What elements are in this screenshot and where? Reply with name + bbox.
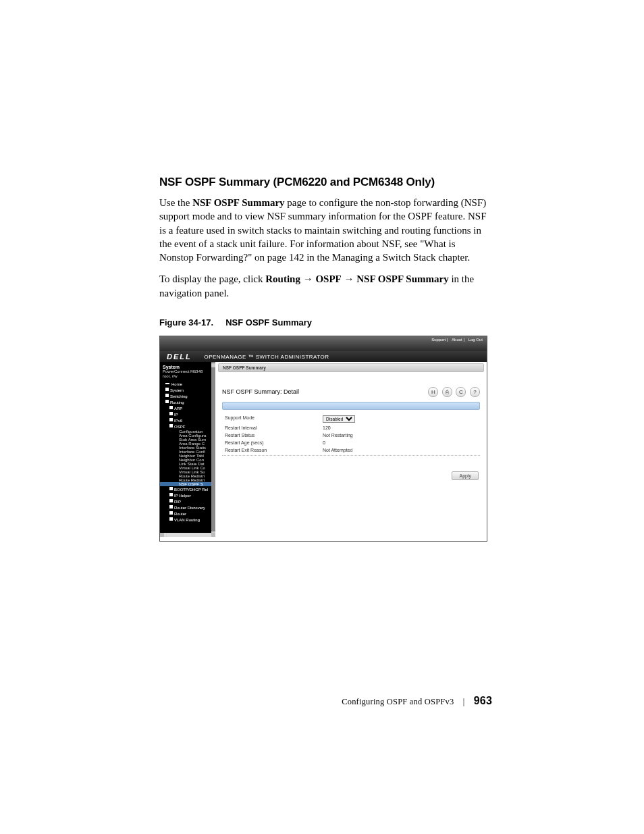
figure-caption: Figure 34-17.NSF OSPF Summary <box>159 317 492 328</box>
label: Restart Status <box>225 433 323 438</box>
nav-ipv6[interactable]: IPv6 <box>160 417 215 423</box>
product-title: OPENMANAGE ™ SWITCH ADMINISTRATOR <box>204 354 329 360</box>
figure-number: Figure 34-17. <box>159 317 213 328</box>
navigation-tree[interactable]: System PowerConnect M6348 root, r/w Home… <box>160 362 215 537</box>
footer-separator: | <box>463 697 465 706</box>
nav-model: PowerConnect M6348 <box>160 369 215 374</box>
breadcrumb: NSF OSPF Summary <box>218 363 484 372</box>
nav-iphelper[interactable]: IP Helper <box>160 492 215 498</box>
arrow-icon: → <box>300 273 316 284</box>
field-restart-exit: Restart Exit Reason Not Attempted <box>218 446 484 454</box>
nav-router[interactable]: Router <box>160 511 215 517</box>
footer-title: Configuring OSPF and OSPFv3 <box>342 697 454 706</box>
about-link[interactable]: About <box>452 338 462 342</box>
label: Restart Age (secs) <box>225 440 323 445</box>
nav-user: root, r/w <box>160 374 215 379</box>
field-support-mode: Support Mode Disabled <box>218 414 484 424</box>
dell-logo: DELL <box>167 353 192 361</box>
figure-title: NSF OSPF Summary <box>225 317 312 328</box>
logout-link[interactable]: Log Out <box>468 338 483 342</box>
horizontal-scrollbar[interactable] <box>160 533 215 537</box>
top-links-bar: Support | About | Log Out <box>160 336 487 351</box>
nav-arp[interactable]: ARP <box>160 405 215 411</box>
nav-rdisc[interactable]: Router Discovery <box>160 504 215 511</box>
page-number: 963 <box>474 695 492 706</box>
page-title: NSF OSPF Summary: Detail <box>222 388 299 395</box>
label: Support Mode <box>225 415 323 423</box>
value: Not Restarting <box>323 433 353 438</box>
nav-path-nsf: NSF OSPF Summary <box>356 273 448 284</box>
nav-switching-node[interactable]: Switching <box>160 393 215 399</box>
value: 120 <box>323 425 331 430</box>
nav-bootp[interactable]: BOOTP/DHCP Rel <box>160 486 215 492</box>
nav-routing-node[interactable]: Routing <box>160 399 215 405</box>
nav-home[interactable]: Home <box>160 382 215 387</box>
paragraph-2: To display the page, click Routing → OSP… <box>159 272 492 300</box>
text: To display the page, click <box>159 273 265 284</box>
label: Restart Interval <box>225 425 323 430</box>
page-footer: Configuring OSPF and OSPFv3 | 963 <box>342 695 492 707</box>
support-link[interactable]: Support <box>431 338 446 342</box>
nav-ospf[interactable]: OSPF <box>160 423 215 429</box>
arrow-icon: → <box>342 273 357 284</box>
field-restart-age: Restart Age (secs) 0 <box>218 439 484 446</box>
nav-rip[interactable]: RIP <box>160 498 215 504</box>
bold-term: NSF OSPF Summary <box>192 197 284 208</box>
nav-system-label: System <box>160 362 215 369</box>
support-mode-select[interactable]: Disabled <box>323 415 355 423</box>
apply-button[interactable]: Apply <box>452 471 479 480</box>
screenshot-frame: Support | About | Log Out DELL OPENMANAG… <box>159 336 487 542</box>
section-heading: NSF OSPF Summary (PCM6220 and PCM6348 On… <box>159 176 492 189</box>
detail-title-bar: NSF OSPF Summary: Detail H ⎙ C ? <box>218 386 484 402</box>
nav-path-ospf: OSPF <box>315 273 341 284</box>
nav-system-node[interactable]: System <box>160 387 215 393</box>
text: Use the <box>159 197 192 208</box>
button-row: Apply <box>218 457 484 480</box>
field-restart-interval: Restart Interval 120 <box>218 424 484 432</box>
section-header-bar <box>222 402 480 410</box>
value: 0 <box>323 440 325 445</box>
brand-bar: DELL OPENMANAGE ™ SWITCH ADMINISTRATOR <box>160 351 487 362</box>
nav-vlan[interactable]: VLAN Routing <box>160 517 215 523</box>
paragraph-1: Use the NSF OSPF Summary page to configu… <box>159 196 492 264</box>
field-restart-status: Restart Status Not Restarting <box>218 432 484 439</box>
toolbar-icons: H ⎙ C ? <box>426 387 480 397</box>
nav-path-routing: Routing <box>265 273 300 284</box>
label: Restart Exit Reason <box>225 448 323 452</box>
print-icon[interactable]: ⎙ <box>442 387 452 397</box>
content-pane: NSF OSPF Summary NSF OSPF Summary: Detai… <box>215 362 487 537</box>
help-icon[interactable]: ? <box>470 387 480 397</box>
document-page: NSF OSPF Summary (PCM6220 and PCM6348 On… <box>0 0 644 834</box>
refresh-icon[interactable]: C <box>456 387 466 397</box>
screenshot-body: System PowerConnect M6348 root, r/w Home… <box>160 362 487 537</box>
nav-ip[interactable]: IP <box>160 411 215 417</box>
divider <box>222 455 480 456</box>
save-icon[interactable]: H <box>428 387 438 397</box>
value: Not Attempted <box>323 448 352 452</box>
